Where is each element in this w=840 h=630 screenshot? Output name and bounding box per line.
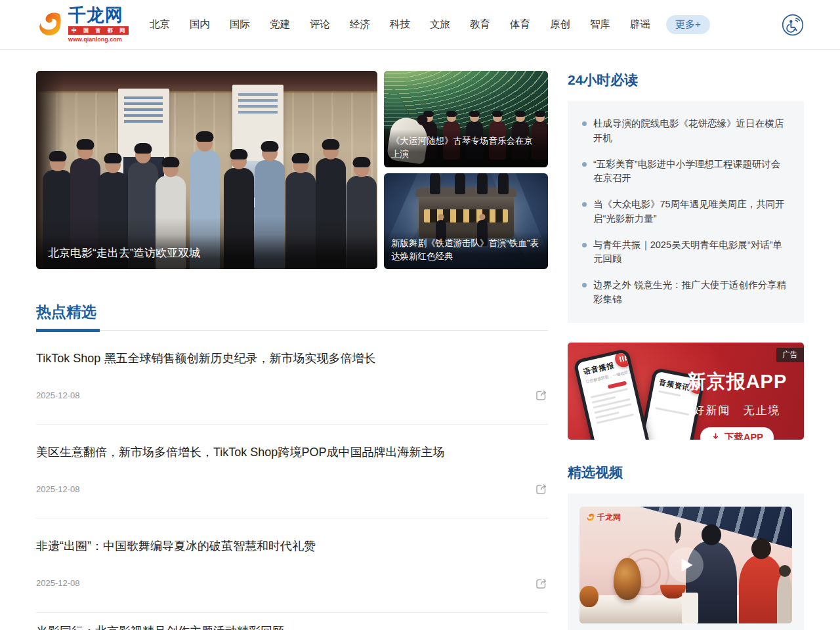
share-icon [535,577,548,590]
hot-picks-title: 热点精选 [36,302,548,322]
must-read-item[interactable]: 边界之外 锐意生光：推广大使于适创作分享精彩集锦 [582,278,789,307]
dragon-logo-icon [36,9,65,41]
phone-screen: 语音播报 让您解放双眼，一键收听天下事 [577,352,640,425]
share-icon [535,388,548,402]
decor [424,209,508,222]
article-date: 2025-12-08 [36,578,80,588]
article-meta: 2025-12-08 [36,388,548,402]
ad-banner[interactable]: 广告 语音播报 让您解放双眼，一键收听天下事 音频资讯 [568,343,804,440]
download-label: 下载APP [724,431,763,440]
must-read-card: 杜成导演的院线电影《花饼恋缘》近日在横店开机 “五彩美育”电影进中小学理想工程课… [568,101,804,323]
decor [658,390,681,396]
decor [656,392,658,403]
bullet-icon [582,283,587,287]
main-nav: 北京 国内 国际 党建 评论 经济 科技 文旅 教育 体育 原创 智库 辟谣 [150,18,650,32]
article-title[interactable]: 美区生意翻倍，新市场多倍增长，TikTok Shop跨境POP成中国品牌出海新主… [36,444,548,461]
nav-item-domestic[interactable]: 国内 [190,18,210,32]
share-button[interactable] [535,482,548,495]
hero-main-caption: 北京电影“走出去”造访欧亚双城 [36,235,377,269]
video-section: 精选视频 [568,463,804,630]
hero-sub-caption: 《大运河随想》古琴专场音乐会在京上演 [384,129,548,167]
left-column: 北京电影“走出去”造访欧亚双城 《大运河随想》古琴专场音乐会在京上 [36,71,548,630]
decor [36,71,377,93]
person-silhouette [455,173,465,194]
logo-domain: www.qianlong.com [68,36,129,43]
must-read-text[interactable]: “五彩美育”电影进中小学理想工程课题研讨会在京召开 [593,158,789,186]
nav-item-education[interactable]: 教育 [470,18,490,32]
nav-item-party[interactable]: 党建 [270,18,290,32]
ad-phone-mockup: 语音播报 让您解放双眼，一键收听天下事 [573,348,653,439]
article-item[interactable]: 非遗“出圈”：中国歌舞编导夏冰的破茧智慧和时代礼赞 2025-12-08 [36,518,548,612]
person-silhouette [777,574,792,623]
play-button[interactable] [668,547,704,583]
bullet-icon [582,162,587,167]
video-watermark: 千龙网 [586,512,621,523]
must-read-title: 24小时必读 [568,71,804,89]
decor-pottery [614,558,641,600]
must-read-text[interactable]: 与青年共振｜2025吴天明青年电影展“对话”单元回顾 [593,238,789,267]
share-button[interactable] [535,577,548,590]
must-read-item[interactable]: 当《大众电影》75周年遇见唯美周庄，共同开启“光影新力量” [582,198,789,226]
article-meta: 2025-12-08 [36,482,548,495]
share-button[interactable] [535,388,548,402]
hero-section: 北京电影“走出去”造访欧亚双城 《大运河随想》古琴专场音乐会在京上 [36,71,548,269]
decor [682,593,699,623]
must-read-text[interactable]: 当《大众电影》75周年遇见唯美周庄，共同开启“光影新力量” [593,198,789,226]
hero-side-images: 《大运河随想》古琴专场音乐会在京上演 [384,71,548,269]
nav-item-beijing[interactable]: 北京 [150,18,170,32]
logo-text: 千龙网 中 国 首 都 网 www.qianlong.com [68,7,129,43]
ad-app-name: 新京报APP [682,369,792,395]
decor [659,392,661,404]
article-item[interactable]: 光影同行：北京影视精品创作主题活动精彩回顾 [36,613,548,630]
must-read-text[interactable]: 边界之外 锐意生光：推广大使于适创作分享精彩集锦 [593,278,789,307]
logo-tagline: 中 国 首 都 网 [68,26,129,35]
decor [591,388,628,398]
article-item[interactable]: TikTok Shop 黑五全球销售额创新历史纪录，新市场实现多倍增长 2025… [36,331,548,425]
hero-main-image[interactable]: 北京电影“走出去”造访欧亚双城 [36,71,377,269]
nav-item-tech[interactable]: 科技 [390,18,410,32]
site-logo[interactable]: 千龙网 中 国 首 都 网 www.qianlong.com [36,7,129,43]
person-silhouette [498,173,509,194]
must-read-item[interactable]: 杜成导演的院线电影《花饼恋缘》近日在横店开机 [582,117,789,146]
must-read-item[interactable]: 与青年共振｜2025吴天明青年电影展“对话”单元回顾 [582,238,789,267]
ad-slogan: 好新闻 无止境 [682,403,792,418]
nav-item-thinktank[interactable]: 智库 [590,18,610,32]
watermark-text: 千龙网 [597,512,621,523]
bullet-icon [582,121,587,126]
hero-sub-caption: 新版舞剧《铁道游击队》首演“铁血”表达焕新红色经典 [384,232,548,270]
nav-item-sports[interactable]: 体育 [510,18,530,32]
nav-item-original[interactable]: 原创 [550,18,570,32]
bullet-icon [582,202,587,207]
nav-more-button[interactable]: 更多+ [666,15,710,34]
hero-sub-image-train[interactable]: 新版舞剧《铁道游击队》首演“铁血”表达焕新红色经典 [384,173,548,270]
page-content: 北京电影“走出去”造访欧亚双城 《大运河随想》古琴专场音乐会在京上 [36,50,804,630]
logo-site-name: 千龙网 [68,7,129,24]
nav-item-commentary[interactable]: 评论 [310,18,330,32]
ad-badge: 广告 [776,348,804,362]
dragon-logo-icon [586,513,595,522]
share-icon [535,482,548,495]
article-date: 2025-12-08 [36,484,80,494]
nav-item-rumor-refute[interactable]: 辟谣 [630,18,650,32]
nav-item-economy[interactable]: 经济 [350,18,370,32]
download-app-button[interactable]: 下载APP [700,427,774,440]
nav-item-international[interactable]: 国际 [230,18,250,32]
article-date: 2025-12-08 [36,390,80,400]
video-section-title: 精选视频 [568,463,804,482]
decor [608,381,627,388]
article-title[interactable]: 非遗“出圈”：中国歌舞编导夏冰的破茧智慧和时代礼赞 [36,538,548,555]
accessibility-button[interactable] [782,14,804,36]
nav-item-culture-tourism[interactable]: 文旅 [430,18,450,32]
article-title[interactable]: TikTok Shop 黑五全球销售额创新历史纪录，新市场实现多倍增长 [36,350,548,367]
person-silhouette [477,173,488,194]
article-title[interactable]: 光影同行：北京影视精品创作主题活动精彩回顾 [36,623,548,630]
must-read-item[interactable]: “五彩美育”电影进中小学理想工程课题研讨会在京召开 [582,158,789,186]
bullet-icon [582,243,587,247]
person-silhouette [430,173,440,194]
article-meta: 2025-12-08 [36,577,548,590]
decor-pottery [579,586,598,607]
article-item[interactable]: 美区生意翻倍，新市场多倍增长，TikTok Shop跨境POP成中国品牌出海新主… [36,425,548,518]
video-thumbnail[interactable]: 千龙网 [579,507,792,623]
hero-sub-image-concert[interactable]: 《大运河随想》古琴专场音乐会在京上演 [384,71,548,167]
must-read-text[interactable]: 杜成导演的院线电影《花饼恋缘》近日在横店开机 [593,117,789,146]
